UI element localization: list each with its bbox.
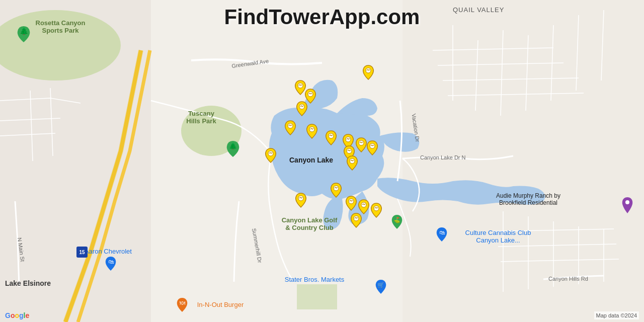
marker-tuscany-hills[interactable]: 🌲 — [225, 140, 241, 160]
tower-marker-12[interactable] — [264, 147, 278, 164]
svg-point-19 — [334, 186, 339, 191]
tower-marker-19[interactable] — [349, 212, 363, 228]
tower-marker-7[interactable] — [324, 130, 338, 146]
tower-marker-1[interactable] — [361, 64, 375, 80]
svg-point-8 — [308, 92, 313, 97]
svg-point-23 — [374, 206, 379, 211]
svg-point-15 — [370, 143, 375, 148]
svg-point-13 — [346, 137, 351, 142]
svg-point-17 — [268, 151, 273, 156]
tower-marker-15[interactable] — [294, 192, 308, 208]
svg-point-16 — [347, 148, 352, 153]
svg-point-10 — [288, 123, 293, 128]
tower-marker-14[interactable] — [329, 182, 343, 198]
marker-chevrolet[interactable]: 🛍 — [104, 256, 118, 274]
svg-point-24 — [354, 216, 359, 221]
svg-point-20 — [298, 196, 303, 201]
svg-rect-5 — [297, 284, 337, 309]
svg-point-11 — [309, 127, 314, 132]
svg-point-6 — [366, 68, 371, 73]
map-container[interactable]: FindTowerApp.com Rosetta Canyon Sports P… — [0, 0, 644, 322]
marker-stater[interactable]: 🛒 — [374, 279, 388, 297]
svg-point-7 — [298, 83, 303, 88]
map-background — [0, 0, 644, 322]
svg-text:🍽: 🍽 — [180, 300, 185, 306]
tower-marker-4[interactable] — [295, 101, 309, 117]
tower-marker-10[interactable] — [365, 140, 379, 156]
svg-text:🌲: 🌲 — [20, 27, 29, 36]
interstate-15-shield: 15 — [76, 247, 88, 258]
svg-point-12 — [329, 133, 334, 138]
svg-point-9 — [299, 104, 304, 109]
svg-point-21 — [349, 199, 354, 204]
tower-marker-13[interactable] — [345, 155, 359, 171]
svg-text:🛍: 🛍 — [439, 229, 445, 235]
marker-audie-murphy[interactable] — [621, 196, 633, 216]
marker-innout[interactable]: 🍽 — [175, 297, 189, 315]
marker-cannabis[interactable]: 🛍 — [435, 226, 449, 245]
svg-point-14 — [359, 140, 364, 145]
svg-point-32 — [625, 200, 629, 204]
svg-point-18 — [350, 158, 355, 164]
tower-marker-16[interactable] — [344, 195, 358, 211]
marker-golf[interactable]: ⛳ — [390, 214, 404, 232]
map-attribution: Map data ©2024 — [594, 311, 639, 319]
svg-text:🌲: 🌲 — [229, 142, 237, 150]
svg-text:🛒: 🛒 — [377, 281, 384, 288]
site-title: FindTowerApp.com — [224, 5, 420, 29]
google-logo: Google — [5, 311, 29, 319]
svg-point-22 — [361, 202, 366, 207]
svg-text:⛳: ⛳ — [393, 216, 400, 223]
tower-marker-6[interactable] — [305, 123, 319, 139]
svg-text:🛍: 🛍 — [108, 259, 114, 265]
marker-rosetta-canyon[interactable]: 🌲 — [16, 25, 32, 45]
tower-marker-18[interactable] — [369, 202, 383, 218]
tower-marker-5[interactable] — [283, 120, 297, 136]
